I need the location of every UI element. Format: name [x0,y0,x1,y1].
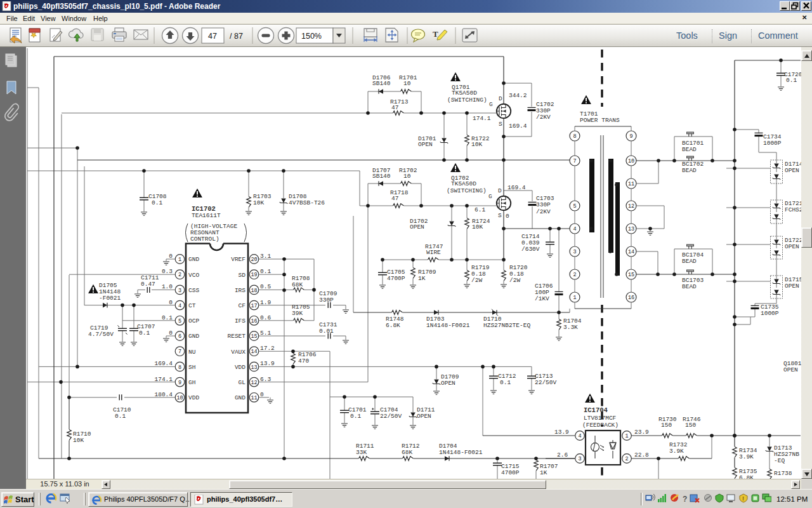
svg-text:470: 470 [298,358,309,364]
svg-text:0.3: 0.3 [162,268,173,275]
svg-text:1000P: 1000P [763,140,782,147]
svg-text:16: 16 [251,318,257,324]
svg-text:OPEN: OPEN [441,380,455,387]
svg-text:1: 1 [573,295,576,301]
svg-text:150: 150 [685,422,696,429]
svg-text:4700P: 4700P [387,275,405,282]
svg-text:0.1: 0.1 [260,268,271,275]
svg-text:8: 8 [573,133,576,140]
svg-text:180.4: 180.4 [154,391,173,398]
svg-text:2: 2 [573,272,576,278]
svg-text:169.4: 169.4 [154,360,173,367]
svg-text:GND: GND [188,333,199,340]
svg-text:1: 1 [178,257,181,263]
svg-text:GND: GND [235,394,246,401]
svg-text:S: S [499,121,502,128]
svg-text:1N4148-F0021: 1N4148-F0021 [439,449,483,456]
svg-text:150%: 150% [301,32,322,41]
svg-text:?: ? [683,495,687,504]
svg-text:CONTROL): CONTROL) [190,236,219,243]
svg-text:13: 13 [628,226,634,232]
svg-text:0: 0 [506,213,509,220]
svg-text:D: D [498,187,502,194]
svg-text:17.2: 17.2 [260,345,275,352]
svg-text:IC1704: IC1704 [584,406,608,414]
svg-text:SD: SD [239,272,246,279]
svg-text:HZS27NB2TE-EQ: HZS27NB2TE-EQ [483,322,530,329]
svg-text:/2KV: /2KV [536,208,551,215]
svg-text:!: ! [742,495,744,502]
svg-text:/2W: /2W [471,277,482,284]
svg-text:12: 12 [251,380,257,386]
svg-text:GL: GL [239,379,246,386]
svg-text:10: 10 [403,173,411,180]
svg-text:23.9: 23.9 [634,429,649,436]
svg-text:330P: 330P [536,201,551,208]
svg-text:BEAD: BEAD [682,146,697,153]
svg-text:0.1: 0.1 [115,413,126,420]
svg-text:NU: NU [188,349,196,356]
svg-text:10K: 10K [253,199,264,206]
svg-text:0: 0 [169,253,173,260]
svg-text:3: 3 [573,249,576,255]
svg-text:2.6: 2.6 [557,451,568,458]
svg-text:0: 0 [169,299,173,306]
svg-text:/2KV: /2KV [536,114,551,121]
svg-text:2: 2 [178,272,181,278]
svg-text:17: 17 [251,303,257,309]
svg-text:5: 5 [178,318,181,324]
svg-text:13.9: 13.9 [554,429,569,436]
svg-text:7: 7 [178,349,181,355]
svg-text:3.9K: 3.9K [739,453,754,460]
svg-text:4V7BSB-T26: 4V7BSB-T26 [289,199,325,206]
svg-text:IFS: IFS [235,318,246,324]
svg-text:OPEN: OPEN [410,224,424,231]
svg-text:SH: SH [188,364,195,371]
svg-text:11: 11 [628,181,634,187]
svg-text:169.4: 169.4 [509,123,527,130]
svg-text:OPEN: OPEN [785,243,799,250]
svg-text:GND: GND [188,256,199,263]
svg-text:3: 3 [178,288,181,294]
svg-text:OCP: OCP [188,318,199,324]
svg-text:VDD: VDD [188,394,199,401]
svg-text:6: 6 [178,333,181,340]
svg-text:13.9: 13.9 [260,360,275,367]
svg-text:R1738: R1738 [774,470,792,477]
svg-text:10: 10 [403,80,411,87]
svg-text:BEAD: BEAD [682,258,697,265]
svg-text:3.9K: 3.9K [669,448,684,455]
svg-text:VCO: VCO [188,272,199,279]
svg-text:4: 4 [573,226,576,232]
svg-text:GH: GH [188,379,195,386]
svg-text:15: 15 [251,333,257,340]
svg-text:VAUX: VAUX [231,349,246,356]
svg-text:4.7/50V: 4.7/50V [88,331,114,338]
svg-text:16: 16 [628,295,634,301]
svg-text:/1KV: /1KV [535,295,549,302]
svg-text:SB140: SB140 [372,80,391,87]
svg-text:150: 150 [661,422,672,429]
svg-text:FCHS2: FCHS2 [785,206,801,213]
svg-text:11: 11 [251,395,257,401]
svg-text:(SWITCHING): (SWITCHING) [447,97,487,104]
svg-text:OPEN: OPEN [783,366,798,373]
svg-text:OPEN: OPEN [417,413,431,420]
svg-text:9: 9 [178,380,181,386]
svg-text:OPEN: OPEN [418,141,433,148]
svg-text:G: G [489,101,493,108]
svg-text:OPEN: OPEN [785,167,799,174]
svg-text:3.3K: 3.3K [563,324,578,331]
svg-text:0.1: 0.1 [786,77,797,84]
svg-text:CT: CT [188,302,196,309]
svg-text:9: 9 [629,133,632,140]
svg-text:68K: 68K [292,281,303,288]
svg-text:RESET: RESET [227,333,246,340]
svg-text:0: 0 [169,330,173,337]
svg-text:1K: 1K [540,469,547,476]
svg-text:47: 47 [391,195,398,202]
svg-text:4: 4 [178,303,181,309]
svg-text:10K: 10K [471,141,482,148]
svg-text:VDD: VDD [235,364,246,371]
svg-text:5.1: 5.1 [260,330,271,337]
